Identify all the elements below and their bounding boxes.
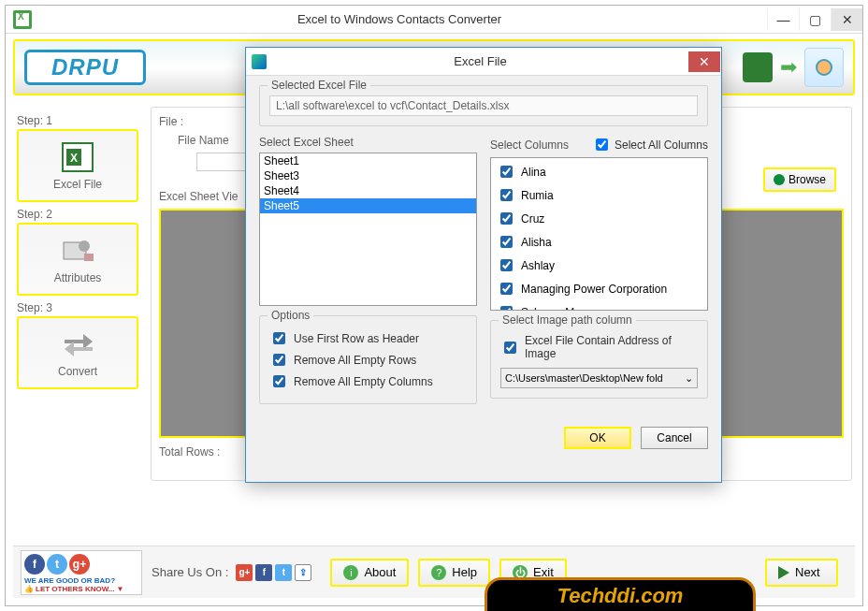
maximize-button[interactable]: ▢ (799, 8, 831, 31)
column-checkbox[interactable] (500, 236, 513, 248)
contact-icon (804, 48, 844, 87)
column-label: Scheme Manager (521, 306, 610, 312)
selected-file-input[interactable] (269, 95, 698, 116)
browse-button[interactable]: Browse (763, 167, 836, 192)
opt-first-row-header-checkbox[interactable] (273, 332, 285, 344)
gplus-mini-icon[interactable]: g+ (236, 564, 253, 581)
app-icon (13, 10, 32, 29)
twitter-mini-icon[interactable]: t (275, 564, 292, 581)
excel-file-dialog: Excel File ✕ Selected Excel File Select … (245, 47, 722, 483)
cancel-button[interactable]: Cancel (641, 427, 708, 449)
excel-icon (743, 52, 773, 82)
selected-file-group: Selected Excel File (259, 85, 708, 126)
about-button[interactable]: iAbout (330, 559, 409, 587)
sheet-item[interactable]: Sheet5 (260, 198, 476, 213)
opt1-label: Use First Row as Header (294, 332, 419, 345)
file-name-input[interactable] (196, 153, 253, 171)
svg-rect-5 (84, 254, 94, 261)
next-arrow-icon (778, 566, 789, 579)
options-group: Options Use First Row as Header Remove A… (259, 315, 477, 404)
help-label: Help (452, 565, 477, 579)
column-checkbox[interactable] (500, 259, 513, 271)
convert-icon (61, 330, 94, 358)
help-button[interactable]: ?Help (418, 559, 490, 587)
good-bad-text: WE ARE GOOD OR BAD? (24, 576, 138, 585)
column-item[interactable]: Rumia (493, 183, 705, 207)
column-item[interactable]: Alina (493, 160, 705, 183)
techddi-badge: Techddi.com (485, 577, 756, 611)
dialog-icon (252, 54, 267, 69)
column-label: Alina (521, 166, 546, 179)
next-label: Next (795, 565, 820, 579)
column-item[interactable]: Alisha (493, 230, 705, 254)
share-mini-icon[interactable]: ⇪ (295, 564, 311, 581)
image-path-legend: Select Image path column (499, 313, 636, 327)
minimize-button[interactable]: — (767, 8, 799, 31)
sheet-item[interactable]: Sheet4 (260, 183, 476, 198)
attributes-icon (60, 237, 95, 265)
opt3-label: Remove All Empty Columns (294, 375, 433, 388)
svg-point-4 (79, 240, 90, 252)
sheet-item[interactable]: Sheet1 (260, 153, 476, 168)
column-checkbox[interactable] (500, 306, 513, 311)
select-sheet-label: Select Excel Sheet (259, 136, 477, 149)
share-box: f t g+ WE ARE GOOD OR BAD? 👍LET OTHERS K… (21, 550, 142, 595)
facebook-icon[interactable]: f (24, 554, 45, 575)
opt-remove-empty-cols[interactable]: Remove All Empty Columns (269, 372, 467, 390)
help-icon: ? (431, 565, 446, 580)
step-1-label: Step: 1 (17, 114, 138, 127)
close-button[interactable]: ✕ (831, 8, 862, 31)
sheet-item[interactable]: Sheet3 (260, 168, 476, 183)
image-path-group: Select Image path column Excel File Cont… (490, 320, 708, 399)
opt-remove-empty-rows[interactable]: Remove All Empty Rows (269, 351, 467, 369)
step-2-label: Step: 2 (17, 208, 138, 221)
column-checkbox[interactable] (500, 283, 513, 295)
image-contain-checkbox[interactable] (504, 342, 516, 354)
opt2-label: Remove All Empty Rows (294, 354, 416, 367)
browse-icon (774, 174, 785, 185)
step-convert-button[interactable]: Convert (17, 316, 138, 389)
options-legend: Options (268, 309, 313, 322)
dialog-title: Excel File (272, 54, 688, 68)
excel-file-icon: X (61, 141, 94, 173)
select-columns-label: Select Columns (490, 138, 569, 152)
selected-file-legend: Selected Excel File (268, 79, 370, 92)
share-us-label: Share Us On : (152, 565, 228, 579)
image-contain-label: Excel File Contain Address of Image (525, 334, 698, 360)
info-icon: i (343, 565, 358, 580)
about-label: About (364, 565, 396, 579)
step-attributes-button[interactable]: Attributes (17, 223, 138, 296)
opt-remove-empty-rows-checkbox[interactable] (273, 354, 285, 366)
column-item[interactable]: Ashlay (493, 254, 705, 277)
step-1-name: Excel File (53, 178, 102, 191)
facebook-mini-icon[interactable]: f (255, 564, 272, 581)
opt-first-row-header[interactable]: Use First Row as Header (269, 329, 467, 347)
column-label: Ashlay (521, 259, 555, 272)
image-contain-checkbox-row[interactable]: Excel File Contain Address of Image (500, 334, 698, 360)
sidebar: Step: 1 X Excel File Step: 2 Attributes … (17, 109, 138, 389)
image-path-dropdown[interactable]: C:\Users\master\Desktop\New fold⌄ (500, 368, 698, 388)
column-label: Managing Power Corporation (521, 283, 667, 296)
gplus-icon[interactable]: g+ (69, 554, 90, 575)
column-item[interactable]: Managing Power Corporation (493, 277, 705, 300)
column-label: Cruz (521, 212, 544, 225)
twitter-icon[interactable]: t (47, 554, 67, 575)
sheet-listbox[interactable]: Sheet1Sheet3Sheet4Sheet5 (259, 153, 477, 306)
dialog-close-button[interactable]: ✕ (688, 51, 720, 72)
ok-button[interactable]: OK (564, 427, 631, 449)
column-checkbox[interactable] (500, 212, 513, 225)
next-button[interactable]: Next (765, 559, 838, 587)
select-all-columns-checkbox[interactable] (596, 138, 608, 151)
window-title: Excel to Windows Contacts Converter (32, 12, 767, 26)
column-item[interactable]: Scheme Manager (493, 300, 705, 311)
column-checkbox[interactable] (500, 166, 513, 178)
arrow-right-icon: ➡ (780, 55, 797, 80)
step-excel-file-button[interactable]: X Excel File (17, 129, 138, 202)
column-item[interactable]: Cruz (493, 207, 705, 230)
column-label: Rumia (521, 189, 554, 202)
step-3-label: Step: 3 (17, 301, 138, 314)
opt-remove-empty-cols-checkbox[interactable] (273, 375, 285, 387)
titlebar: Excel to Windows Contacts Converter — ▢ … (6, 6, 862, 34)
columns-listbox[interactable]: AlinaRumiaCruzAlishaAshlayManaging Power… (490, 157, 708, 311)
column-checkbox[interactable] (500, 189, 513, 201)
